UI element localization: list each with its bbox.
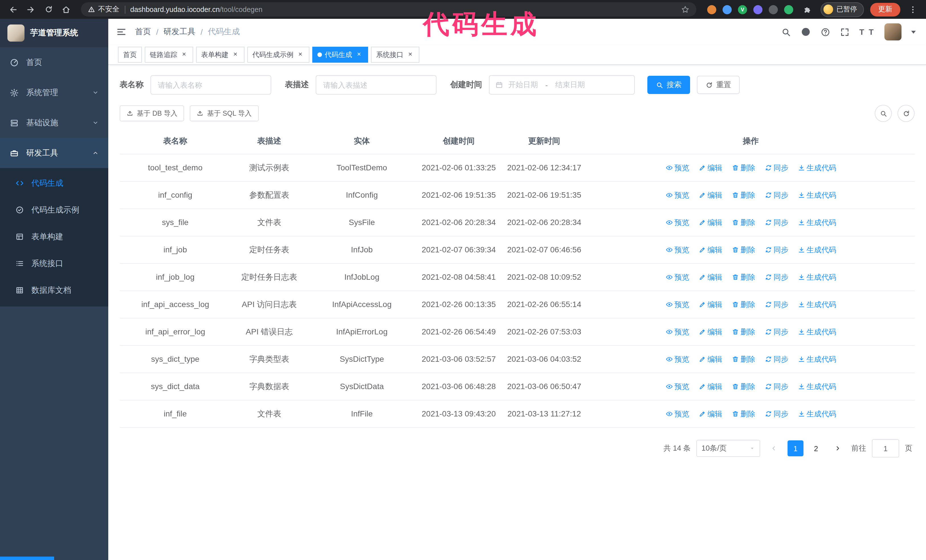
action-sync[interactable]: 同步 (764, 162, 788, 174)
action-preview[interactable]: 预览 (665, 409, 689, 420)
tab-tracer[interactable]: 链路追踪 × (145, 47, 193, 63)
action-sync[interactable]: 同步 (764, 354, 788, 365)
action-edit[interactable]: 编辑 (698, 299, 722, 310)
tab-home[interactable]: 首页 (118, 47, 142, 63)
action-preview[interactable]: 预览 (665, 162, 689, 174)
action-delete[interactable]: 删除 (731, 245, 755, 255)
tab-close-icon[interactable]: × (296, 51, 304, 59)
action-delete[interactable]: 删除 (731, 217, 755, 228)
extension-icon-2[interactable] (723, 5, 732, 14)
action-preview[interactable]: 预览 (665, 326, 689, 338)
action-preview[interactable]: 预览 (665, 299, 689, 310)
extension-icon-4[interactable] (754, 5, 763, 14)
address-bar[interactable]: 不安全 dashboard.yudao.iocoder.cn/tool/code… (81, 2, 696, 17)
action-delete[interactable]: 删除 (731, 326, 755, 338)
avatar-caret-icon[interactable] (911, 30, 916, 33)
action-generate[interactable]: 生成代码 (797, 326, 836, 338)
breadcrumb-item[interactable]: 首页 (135, 27, 151, 37)
action-delete[interactable]: 删除 (731, 354, 755, 365)
tab-form-builder[interactable]: 表单构建 × (196, 47, 244, 63)
github-icon[interactable] (800, 27, 811, 37)
action-sync[interactable]: 同步 (764, 245, 788, 255)
action-sync[interactable]: 同步 (764, 272, 788, 283)
action-sync[interactable]: 同步 (764, 381, 788, 392)
sql-import-button[interactable]: 基于 SQL 导入 (190, 106, 259, 121)
goto-page-input[interactable] (872, 439, 899, 457)
sidebar-subitem-api[interactable]: 系统接口 (0, 250, 108, 277)
action-delete[interactable]: 删除 (731, 381, 755, 392)
sidebar-item-devtools[interactable]: 研发工具 (0, 138, 108, 168)
action-preview[interactable]: 预览 (665, 245, 689, 255)
sidebar-item-infra[interactable]: 基础设施 (0, 108, 108, 138)
prev-page-button[interactable] (766, 440, 782, 456)
action-sync[interactable]: 同步 (764, 217, 788, 228)
action-preview[interactable]: 预览 (665, 381, 689, 392)
toggle-search-button[interactable] (875, 105, 892, 122)
tab-codegen-example[interactable]: 代码生成示例 × (247, 47, 309, 63)
extensions-puzzle-icon[interactable] (799, 2, 814, 17)
tab-api[interactable]: 系统接口 × (371, 47, 419, 63)
sidebar-item-home[interactable]: 首页 (0, 47, 108, 77)
extension-icon-5[interactable] (769, 5, 778, 14)
sidebar-subitem-db-doc[interactable]: 数据库文档 (0, 277, 108, 303)
action-generate[interactable]: 生成代码 (797, 162, 836, 174)
tab-close-icon[interactable]: × (232, 51, 239, 59)
sidebar-subitem-form-builder[interactable]: 表单构建 (0, 223, 108, 250)
tab-codegen[interactable]: 代码生成 × (312, 47, 368, 63)
action-generate[interactable]: 生成代码 (797, 245, 836, 255)
action-edit[interactable]: 编辑 (698, 217, 722, 228)
action-preview[interactable]: 预览 (665, 217, 689, 228)
action-preview[interactable]: 预览 (665, 190, 689, 201)
action-generate[interactable]: 生成代码 (797, 381, 836, 392)
tab-close-icon[interactable]: × (180, 51, 188, 59)
extension-icon-6[interactable] (784, 5, 793, 14)
table-desc-input[interactable] (316, 75, 436, 95)
reset-button[interactable]: 重置 (697, 76, 740, 94)
fullscreen-icon[interactable] (840, 27, 850, 37)
browser-menu-icon[interactable] (905, 2, 920, 17)
page-size-select[interactable]: 10条/页 (696, 440, 760, 457)
breadcrumb-item[interactable]: 研发工具 (163, 27, 195, 37)
logo[interactable]: 芋道管理系统 (0, 19, 108, 47)
extension-icon-1[interactable] (707, 5, 716, 14)
avatar[interactable] (884, 23, 902, 41)
tab-close-icon[interactable]: × (406, 51, 414, 59)
action-delete[interactable]: 删除 (731, 299, 755, 310)
sidebar-subitem-codegen-example[interactable]: 代码生成示例 (0, 196, 108, 223)
sidebar-item-system[interactable]: 系统管理 (0, 77, 108, 108)
action-generate[interactable]: 生成代码 (797, 190, 836, 201)
font-size-icon[interactable]: T T (859, 27, 875, 36)
page-number-button[interactable]: 2 (808, 440, 824, 456)
action-generate[interactable]: 生成代码 (797, 299, 836, 310)
profile-paused-chip[interactable]: 已暂停 (820, 2, 864, 17)
tab-close-icon[interactable]: × (355, 51, 363, 59)
db-import-button[interactable]: 基于 DB 导入 (120, 106, 185, 121)
action-delete[interactable]: 删除 (731, 190, 755, 201)
action-delete[interactable]: 删除 (731, 162, 755, 174)
security-warning[interactable]: 不安全 (88, 5, 120, 14)
action-generate[interactable]: 生成代码 (797, 217, 836, 228)
browser-home-button[interactable] (59, 2, 74, 17)
browser-forward-button[interactable] (23, 2, 38, 17)
action-sync[interactable]: 同步 (764, 299, 788, 310)
action-edit[interactable]: 编辑 (698, 190, 722, 201)
action-sync[interactable]: 同步 (764, 190, 788, 201)
sidebar-toggle[interactable] (116, 27, 127, 37)
action-edit[interactable]: 编辑 (698, 326, 722, 338)
action-edit[interactable]: 编辑 (698, 381, 722, 392)
search-icon[interactable] (781, 27, 791, 37)
date-range-picker[interactable]: 开始日期 - 结束日期 (489, 75, 635, 95)
page-number-button[interactable]: 1 (788, 440, 803, 456)
action-edit[interactable]: 编辑 (698, 354, 722, 365)
sidebar-subitem-codegen[interactable]: 代码生成 (0, 170, 108, 196)
action-edit[interactable]: 编辑 (698, 272, 722, 283)
action-edit[interactable]: 编辑 (698, 409, 722, 420)
action-generate[interactable]: 生成代码 (797, 354, 836, 365)
browser-reload-button[interactable] (41, 2, 56, 17)
action-delete[interactable]: 删除 (731, 272, 755, 283)
browser-back-button[interactable] (6, 2, 21, 17)
action-edit[interactable]: 编辑 (698, 245, 722, 255)
action-generate[interactable]: 生成代码 (797, 272, 836, 283)
search-button[interactable]: 搜索 (648, 76, 690, 94)
extension-icon-3[interactable]: V (738, 5, 747, 14)
